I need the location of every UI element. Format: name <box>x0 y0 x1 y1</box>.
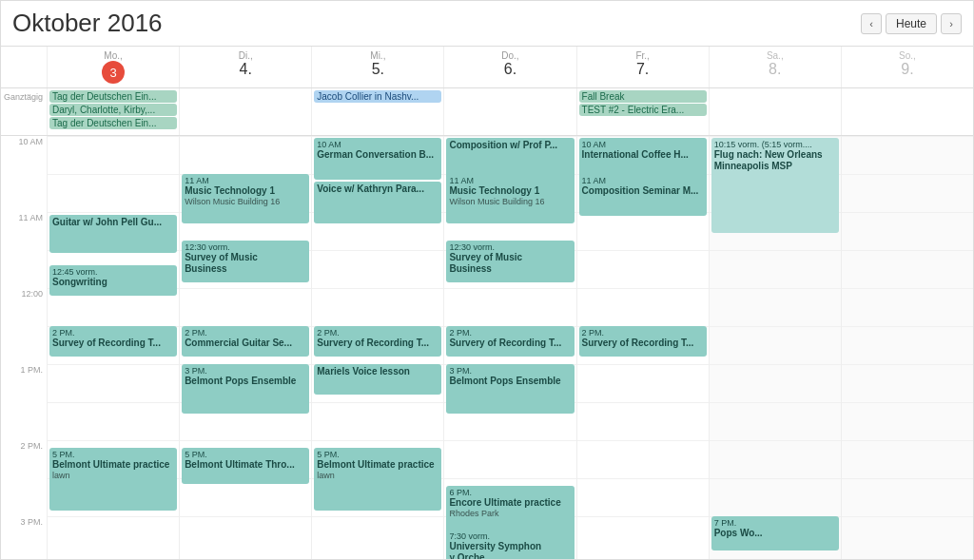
event-title: Songwriting <box>52 277 174 288</box>
hour-wed-8 <box>312 516 443 554</box>
event-time: 10 AM <box>317 140 438 149</box>
event-thu-music-tech[interactable]: 11 AM Music Technology 1 Wilson Music Bu… <box>446 174 574 223</box>
event-time: 5 PM. <box>317 450 438 459</box>
day-name-mon: Mo., <box>49 50 177 61</box>
hour-fri-5 <box>577 402 709 440</box>
time-label-10am: 10 AM <box>1 136 47 174</box>
event-title: Survey of Music <box>449 252 571 263</box>
day-header-sat: Sa., 8. <box>709 47 841 87</box>
event-mon-ultimate[interactable]: 5 PM. Belmont Ultimate practice lawn <box>49 448 177 511</box>
time-label-230 <box>1 478 47 516</box>
event-wed-ultimate[interactable]: 5 PM. Belmont Ultimate practice lawn <box>314 448 441 511</box>
day-col-sat: 10:15 vorm. (5:15 vorm.... Flug nach: Ne… <box>709 136 841 559</box>
event-thu-encore[interactable]: 6 PM. Encore Ultimate practice Rhodes Pa… <box>446 486 574 535</box>
event-time: 3 PM. <box>185 366 306 376</box>
time-label-1230 <box>1 326 47 364</box>
top-bar: Oktober 2016 ‹ Heute › <box>1 1 973 47</box>
day-col-sun <box>841 136 973 559</box>
event-sat-pops[interactable]: 7 PM. Pops Wo... <box>711 516 839 550</box>
event-tue-ultimate-throw[interactable]: 5 PM. Belmont Ultimate Thro... <box>182 448 309 484</box>
event-title: Composition w/ Prof P... <box>449 140 571 151</box>
event-wed-mariels[interactable]: Mariels Voice lesson <box>314 364 441 395</box>
event-time: 11 AM <box>185 176 306 185</box>
event-title: German Conversation B... <box>317 149 438 161</box>
day-name-wed: Mi., <box>314 50 441 61</box>
nav-controls: ‹ Heute › <box>861 13 962 34</box>
event-tue-commercial[interactable]: 2 PM. Commercial Guitar Se... <box>182 326 309 357</box>
event-time: 2 PM. <box>185 328 306 338</box>
event-time: 2 PM. <box>52 328 174 338</box>
next-button[interactable]: › <box>941 13 962 34</box>
all-day-row: Ganztägig Tag der Deutschen Ein... Daryl… <box>1 88 973 136</box>
event-title: International Coffee H... <box>582 149 704 161</box>
event-time: 10 AM <box>582 140 704 149</box>
day-name-fri: Fr., <box>579 50 707 61</box>
hour-mon-10 <box>48 136 179 174</box>
event-thu-survey-rec[interactable]: 2 PM. Survery of Recording T... <box>446 326 574 357</box>
event-tue-music-tech[interactable]: 11 AM Music Technology 1 Wilson Music Bu… <box>182 174 309 223</box>
event-mon-songwriting[interactable]: 12:45 vorm. Songwriting <box>49 265 177 296</box>
event-wed-german[interactable]: 10 AM German Conversation B... <box>314 138 441 180</box>
hour-sat-6 <box>710 440 841 478</box>
day-col-mon: Guitar w/ John Pell Gu... 12:45 vorm. So… <box>47 136 179 559</box>
event-fri-comp-seminar[interactable]: 11 AM Composition Seminar M... <box>579 174 707 216</box>
day-header-mon: Mo., 3 <box>47 47 179 87</box>
hour-fri-7 <box>577 478 709 516</box>
allday-event-fri-1[interactable]: Fall Break <box>579 90 707 103</box>
all-day-sun <box>841 88 973 135</box>
event-title: Belmont Ultimate Thro... <box>185 459 306 471</box>
hour-sat-4 <box>710 364 841 402</box>
event-thu-survey-music[interactable]: 12:30 vorm. Survey of Music Business <box>446 241 574 282</box>
event-time: 10:15 vorm. (5:15 vorm.... <box>714 140 836 149</box>
event-wed-voice[interactable]: Voice w/ Kathryn Para... <box>314 182 441 223</box>
hour-wed-1 <box>312 250 443 288</box>
event-time: 7:30 vorm. <box>449 531 571 541</box>
day-num-sat: 8. <box>711 61 839 78</box>
event-tue-belmont-pops[interactable]: 3 PM. Belmont Pops Ensemble <box>182 364 309 414</box>
allday-event-wed-1[interactable]: Jacob Collier in Nashv... <box>314 90 441 103</box>
allday-event-mon-3[interactable]: Tag der Deutschen Ein... <box>49 117 177 129</box>
hour-mon-5 <box>48 402 179 440</box>
event-mon-survey[interactable]: 2 PM. Survey of Recording T... <box>49 326 177 357</box>
prev-button[interactable]: ‹ <box>861 13 882 34</box>
day-name-thu: Do., <box>446 50 574 61</box>
today-button[interactable]: Heute <box>886 13 937 34</box>
event-wed-survey-rec[interactable]: 2 PM. Survery of Recording T... <box>314 326 441 357</box>
event-title: Survey of Music <box>185 252 306 263</box>
hour-mon-8 <box>48 516 179 554</box>
hour-tue-8 <box>180 516 311 554</box>
event-thu-university[interactable]: 7:30 vorm. University Symphon y Orche... <box>446 530 574 559</box>
allday-event-fri-2[interactable]: TEST #2 - Electric Era... <box>579 104 707 116</box>
hour-sat-1 <box>710 250 841 288</box>
event-time: 6 PM. <box>449 488 571 497</box>
hour-thu-2 <box>444 288 575 326</box>
grid-body: 10 AM 11 AM 12:00 1 PM. 2 PM. 3 PM. 4 PM… <box>1 136 973 559</box>
time-label-1pm: 1 PM. <box>1 364 47 402</box>
event-mon-guitar[interactable]: Guitar w/ John Pell Gu... <box>49 215 177 253</box>
hour-sun-11 <box>842 174 973 212</box>
event-tue-survey-music[interactable]: 12:30 vorm. Survey of Music Business <box>182 241 309 282</box>
event-thu-belmont-pops[interactable]: 3 PM. Belmont Pops Ensemble <box>446 364 574 414</box>
hour-fri-8 <box>577 516 709 554</box>
event-title: Flug nach: New Orleans <box>714 149 836 161</box>
event-title: Guitar w/ John Pell Gu... <box>52 217 174 228</box>
hour-tue-7 <box>180 478 311 516</box>
all-day-thu <box>443 88 575 135</box>
event-time: 12:30 vorm. <box>449 242 571 252</box>
event-title: Composition Seminar M... <box>582 185 704 197</box>
time-label-2pm: 2 PM. <box>1 440 47 478</box>
allday-event-mon-1[interactable]: Tag der Deutschen Ein... <box>49 90 177 103</box>
day-col-fri: 10 AM International Coffee H... 11 AM Co… <box>576 136 709 559</box>
hour-tue-2 <box>180 288 311 326</box>
event-sat-flug[interactable]: 10:15 vorm. (5:15 vorm.... Flug nach: Ne… <box>711 138 839 233</box>
allday-event-mon-2[interactable]: Daryl, Charlotte, Kirby,... <box>49 104 177 116</box>
day-num-mon: 3 <box>102 61 125 84</box>
day-col-thu: Composition w/ Prof P... 11 AM Music Tec… <box>443 136 575 559</box>
time-label-130 <box>1 402 47 440</box>
time-column: 10 AM 11 AM 12:00 1 PM. 2 PM. 3 PM. 4 PM… <box>1 136 47 559</box>
event-title: Survey of Recording T... <box>52 338 174 349</box>
day-col-tue: 11 AM Music Technology 1 Wilson Music Bu… <box>179 136 311 559</box>
day-name-sun: So., <box>844 50 971 61</box>
event-fri-survey-rec[interactable]: 2 PM. Survery of Recording T... <box>579 326 707 357</box>
hour-fri-4 <box>577 364 709 402</box>
